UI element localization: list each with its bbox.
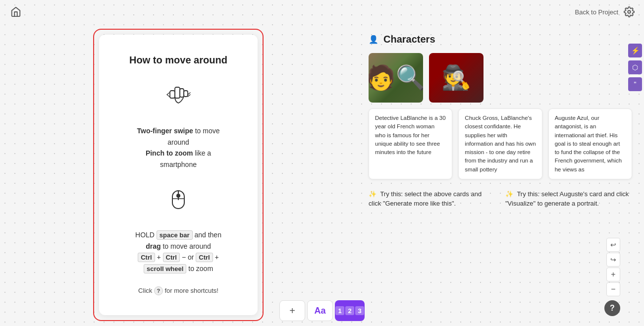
tip-2: ✨ Try this: select Auguste's card and cl…: [505, 189, 632, 209]
tip-1-emoji: ✨: [369, 190, 376, 198]
svg-rect-3: [170, 91, 175, 98]
characters-title: Characters: [383, 34, 435, 45]
tip-2-emoji: ✨: [505, 190, 513, 198]
main-content: How to move around: [0, 24, 644, 326]
help-button[interactable]: ?: [604, 300, 620, 316]
svg-rect-4: [184, 91, 188, 97]
character-desc-detective[interactable]: Detective LaBlanche is a 30 year old Fre…: [369, 109, 452, 179]
tutorial-outer: How to move around: [93, 29, 264, 321]
tutorial-title: How to move around: [129, 54, 228, 66]
characters-emoji: 👤: [369, 35, 378, 44]
tip-1: ✨ Try this: select the above cards and c…: [369, 189, 495, 209]
top-nav-right: Back to Project: [575, 5, 636, 19]
svg-rect-2: [180, 89, 184, 97]
bottom-toolbar: + Aa 1 2 3: [279, 300, 365, 321]
character-desc-chuck[interactable]: Chuck Gross, LaBlanche's closest confida…: [458, 109, 542, 179]
numbered-button[interactable]: 1 2 3: [335, 300, 365, 321]
sidebar-icon-3[interactable]: ": [628, 77, 642, 91]
zoom-in-button[interactable]: +: [606, 268, 620, 281]
scroll-wheel-kbd: scroll wheel: [144, 264, 186, 273]
tip-2-text: Try this: select Auguste's card and clic…: [505, 190, 629, 208]
right-sidebar: ⚡ ⬡ ": [626, 40, 644, 95]
character-image-detective[interactable]: [369, 53, 423, 103]
shortcut-hint: Click ? for more shortcuts!: [129, 286, 228, 295]
mouse-icon-area: [129, 182, 228, 223]
num-badge-1: 1: [335, 306, 344, 315]
back-to-project-link[interactable]: Back to Project: [575, 8, 618, 16]
top-nav: Back to Project: [0, 0, 644, 24]
sidebar-icon-2[interactable]: ⬡: [628, 60, 642, 74]
undo-button[interactable]: ↩: [606, 238, 620, 252]
text-style-button[interactable]: Aa: [307, 300, 333, 321]
right-panel: 👤 Characters Detective LaBlanche is a 30…: [357, 24, 644, 326]
num-badge-2: 2: [345, 306, 354, 315]
left-panel: How to move around: [0, 24, 357, 326]
mouse-text: HOLD space bar and then drag to move aro…: [129, 229, 228, 274]
ctrl-kbd-1: Ctrl: [138, 253, 155, 262]
ctrl-kbd-2: Ctrl: [163, 253, 180, 262]
question-badge[interactable]: ?: [154, 286, 163, 295]
undo-redo-controls: ↩ ↪: [606, 238, 620, 267]
svg-point-0: [628, 10, 631, 13]
character-desc-auguste[interactable]: Auguste Azul, our antagonist, is an inte…: [548, 109, 632, 179]
svg-rect-1: [175, 87, 180, 98]
characters-header: 👤 Characters: [369, 34, 632, 45]
zoom-out-button[interactable]: −: [606, 282, 620, 296]
settings-icon[interactable]: [622, 5, 636, 19]
home-icon[interactable]: [8, 4, 24, 20]
zoom-controls: + −: [606, 268, 620, 296]
gesture-text: Two-finger swipe to move around Pinch to…: [129, 125, 228, 170]
tutorial-card: How to move around: [99, 35, 258, 315]
character-image-row: [369, 53, 632, 103]
tip-1-text: Try this: select the above cards and cli…: [369, 190, 482, 208]
gesture-icon-area: [129, 80, 228, 119]
tips-row: ✨ Try this: select the above cards and c…: [369, 189, 632, 209]
add-button[interactable]: +: [279, 300, 305, 321]
character-image-chuck[interactable]: [429, 53, 483, 103]
ctrl-kbd-3: Ctrl: [196, 253, 213, 262]
sidebar-icon-1[interactable]: ⚡: [628, 44, 642, 57]
svg-point-8: [177, 194, 180, 197]
redo-button[interactable]: ↪: [606, 253, 620, 267]
character-desc-row: Detective LaBlanche is a 30 year old Fre…: [369, 109, 632, 179]
space-bar-kbd: space bar: [157, 230, 193, 240]
num-badge-3: 3: [355, 306, 364, 315]
